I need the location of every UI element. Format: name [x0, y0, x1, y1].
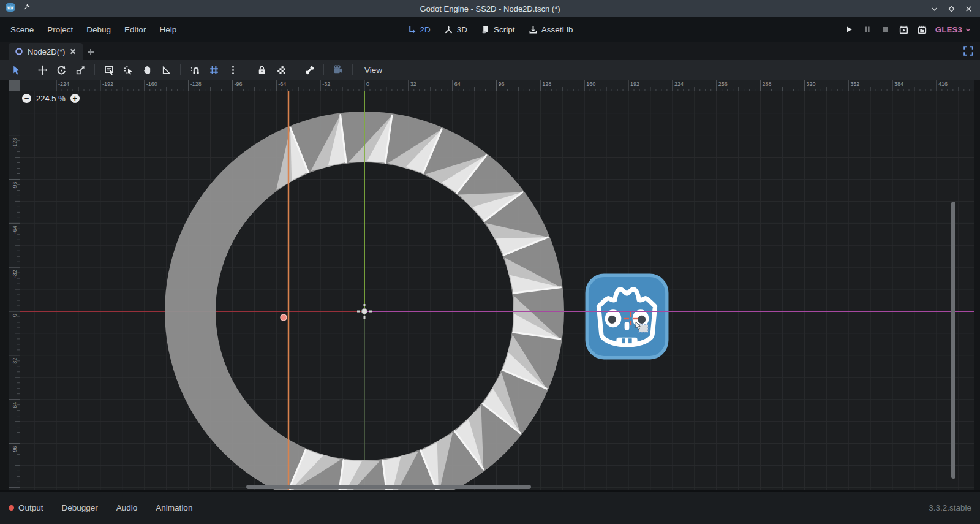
svg-text:64: 64: [454, 81, 461, 87]
group-object-button[interactable]: [272, 62, 289, 78]
view-menu-button[interactable]: View: [358, 63, 388, 77]
smart-snap-icon: [190, 65, 200, 75]
point-handle[interactable]: [281, 314, 287, 321]
script-icon: [481, 25, 490, 34]
play-button[interactable]: [843, 24, 854, 35]
select-tool-button[interactable]: [7, 62, 24, 78]
pause-button[interactable]: [862, 24, 873, 35]
menu-editor[interactable]: Editor: [118, 21, 153, 38]
svg-text:128: 128: [12, 490, 18, 490]
svg-text:32: 32: [410, 81, 417, 87]
svg-text:256: 256: [718, 81, 728, 87]
bottom-tab-debugger[interactable]: Debugger: [62, 503, 98, 512]
svg-text:352: 352: [850, 81, 859, 87]
context-2d-label: 2D: [420, 25, 431, 34]
canvas-area[interactable]: − 224.5 % +: [20, 91, 974, 490]
context-script-button[interactable]: Script: [481, 25, 515, 34]
camera-icon: [333, 64, 344, 75]
stop-button[interactable]: [880, 24, 891, 35]
svg-text:0: 0: [12, 314, 18, 317]
svg-text:-64: -64: [12, 226, 18, 234]
play-scene-button[interactable]: [899, 24, 910, 35]
bottom-panel-bar: OutputDebuggerAudioAnimation 3.3.2.stabl…: [0, 490, 980, 524]
minimize-button[interactable]: [930, 4, 938, 13]
svg-text:32: 32: [12, 358, 18, 364]
menu-help[interactable]: Help: [153, 21, 183, 38]
ruler-icon: [161, 65, 172, 75]
smart-snap-button[interactable]: [186, 62, 203, 78]
svg-text:64: 64: [12, 402, 18, 408]
svg-text:320: 320: [806, 81, 815, 87]
video-driver-label: GLES3: [935, 25, 962, 34]
lock-object-button[interactable]: [253, 62, 270, 78]
3d-icon: [444, 25, 453, 34]
pan-hand-icon: [142, 65, 153, 75]
menu-debug[interactable]: Debug: [80, 21, 118, 38]
pivot-tool-button[interactable]: [119, 62, 137, 78]
main-menu-bar: SceneProjectDebugEditorHelp 2D3DScriptAs…: [0, 17, 980, 42]
svg-text:192: 192: [630, 81, 639, 87]
bottom-tab-output[interactable]: Output: [9, 503, 43, 512]
zoom-in-button[interactable]: +: [70, 94, 80, 103]
svg-text:-128: -128: [190, 81, 202, 87]
bone-icon: [304, 65, 315, 75]
2d-viewport: -224-192-160-128-96-64-32032649612816019…: [0, 80, 980, 490]
list-select-icon: [104, 65, 115, 75]
camera-override-button[interactable]: [330, 62, 347, 78]
video-driver-select[interactable]: GLES3: [935, 25, 971, 34]
grid-snap-icon: [209, 65, 219, 75]
grid-snap-button[interactable]: [205, 62, 222, 78]
group-pixels-icon: [276, 65, 286, 75]
move-tool-button[interactable]: [34, 62, 51, 78]
menu-project[interactable]: Project: [40, 21, 80, 38]
svg-text:-160: -160: [146, 81, 157, 87]
zoom-out-button[interactable]: −: [22, 94, 31, 103]
output-errors-indicator: [9, 505, 14, 511]
bottom-tab-animation[interactable]: Animation: [156, 503, 192, 512]
close-tab-icon[interactable]: [69, 48, 77, 55]
svg-text:-224: -224: [58, 81, 69, 87]
expand-icon: [963, 45, 974, 56]
horizontal-scrollbar-thumb[interactable]: [246, 485, 531, 489]
godot-icon-sprite[interactable]: [587, 275, 667, 357]
new-scene-tab-button[interactable]: [83, 44, 99, 60]
svg-text:288: 288: [763, 81, 772, 87]
pivot-select-icon: [123, 65, 134, 75]
canvas-drawing: [20, 91, 974, 490]
maximize-button[interactable]: [947, 4, 956, 13]
context-assetlib-label: AssetLib: [541, 25, 573, 34]
three-dots-vertical-icon: [228, 65, 238, 75]
pan-tool-button[interactable]: [138, 62, 156, 78]
context-2d-button[interactable]: 2D: [407, 25, 431, 34]
svg-text:160: 160: [586, 81, 595, 87]
rotate-icon: [56, 65, 67, 75]
scale-icon: [75, 65, 86, 75]
scene-tab-node2d[interactable]: Node2D(*): [9, 43, 83, 60]
rotate-tool-button[interactable]: [53, 62, 70, 78]
menu-scene[interactable]: Scene: [4, 21, 40, 38]
skeleton-options-button[interactable]: [301, 62, 318, 78]
canvas-toolbar: View: [0, 60, 980, 80]
svg-text:96: 96: [499, 81, 505, 87]
list-select-tool-button[interactable]: [100, 62, 118, 78]
context-assetlib-button[interactable]: AssetLib: [529, 25, 573, 34]
ruler-tool-button[interactable]: [157, 62, 175, 78]
svg-text:-64: -64: [278, 81, 286, 87]
play-custom-scene-button[interactable]: [917, 24, 928, 35]
close-window-button[interactable]: [964, 4, 973, 13]
bottom-tab-audio[interactable]: Audio: [116, 503, 138, 512]
distraction-free-mode-button[interactable]: [963, 45, 974, 56]
zoom-controls: − 224.5 % +: [22, 94, 80, 103]
context-3d-button[interactable]: 3D: [444, 25, 467, 34]
svg-text:416: 416: [938, 81, 948, 87]
godot-editor-window: Godot Engine - SS2D - Node2D.tscn (*) Sc…: [0, 0, 980, 524]
2d-icon: [407, 25, 417, 34]
chevron-down-icon: [965, 26, 971, 33]
version-label: 3.3.2.stable: [929, 503, 971, 512]
bottom-panel-tabs: OutputDebuggerAudioAnimation: [9, 503, 192, 512]
scale-tool-button[interactable]: [72, 62, 89, 78]
window-title: Godot Engine - SS2D - Node2D.tscn (*): [0, 4, 980, 13]
vertical-scrollbar-thumb[interactable]: [951, 202, 956, 479]
snap-options-button[interactable]: [224, 62, 241, 78]
move-icon: [37, 65, 48, 75]
